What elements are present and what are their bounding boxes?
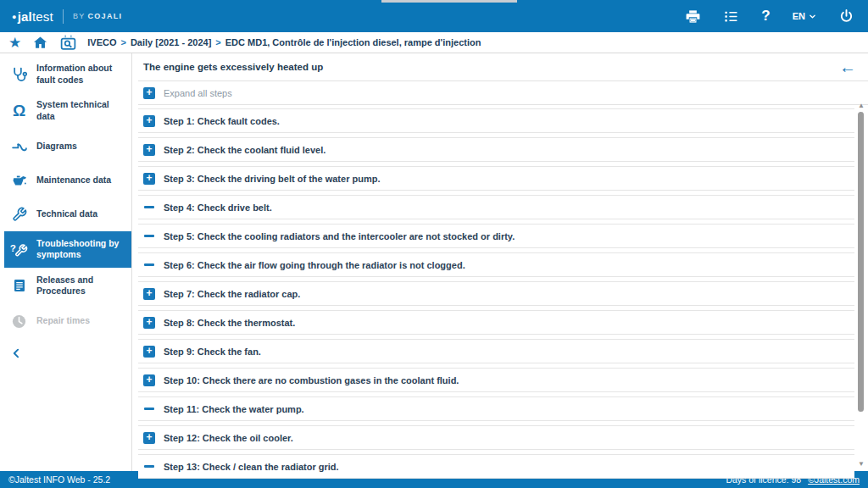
plus-icon: +: [143, 374, 155, 386]
sidebar-item-information-about-fault-codes[interactable]: Information about fault codes: [0, 56, 131, 92]
plus-icon: +: [143, 173, 155, 185]
vertical-scrollbar[interactable]: ▲ ▼: [857, 103, 865, 469]
breadcrumb-separator: >: [120, 37, 125, 47]
breadcrumb-separator: >: [215, 37, 220, 47]
step-label: Step 7: Check the radiator cap.: [164, 289, 300, 299]
logo-divider: [63, 9, 64, 24]
home-icon[interactable]: [32, 35, 48, 51]
cojali-logo: BYCOJALI: [73, 12, 122, 20]
top-bar: ●jaltest BYCOJALI ? EN: [0, 0, 868, 32]
step-row-5[interactable]: Step 5: Check the cooling radiators and …: [138, 224, 854, 248]
sidebar-item-label: Diagrams: [36, 141, 77, 152]
sidebar-item-label: Information about fault codes: [36, 63, 130, 86]
step-label: Step 2: Check the coolant fluid level.: [164, 145, 326, 155]
sidebar-item-system-technical-data[interactable]: Ω System technical data: [0, 92, 131, 129]
minus-icon: [143, 202, 155, 214]
clock-icon: [8, 311, 31, 331]
scroll-up-icon[interactable]: ▲: [857, 103, 865, 109]
step-label: Step 8: Check the thermostat.: [164, 318, 295, 328]
step-row-7[interactable]: + Step 7: Check the radiator cap.: [138, 281, 854, 306]
plus-icon: +: [143, 144, 155, 156]
step-label: Step 6: Check the air flow going through…: [164, 260, 465, 270]
steps-list: + Step 1: Check fault codes. + Step 2: C…: [138, 108, 868, 479]
plus-icon: +: [143, 432, 155, 444]
search-history-icon[interactable]: [59, 34, 77, 52]
footer-version: ©Jaltest INFO Web - 25.2: [8, 474, 110, 485]
step-label: Step 9: Check the fan.: [164, 347, 261, 357]
help-icon[interactable]: ?: [761, 8, 770, 25]
sidebar-item-label: Releases and Procedures: [36, 274, 130, 297]
sidebar-item-troubleshooting-by-symptoms[interactable]: ? Troubleshooting by symptoms: [4, 231, 131, 268]
favorite-star-icon[interactable]: ★: [8, 36, 21, 50]
page-title: The engine gets excessively heated up: [143, 62, 323, 72]
step-row-13[interactable]: Step 13: Check / clean the radiator grid…: [138, 454, 854, 479]
minus-icon: [143, 461, 155, 473]
step-row-1[interactable]: + Step 1: Check fault codes.: [138, 108, 854, 133]
topbar-actions: ? EN: [685, 8, 854, 25]
language-label: EN: [793, 11, 805, 21]
sidebar-item-maintenance-data[interactable]: Maintenance data: [0, 164, 131, 197]
step-label: Step 5: Check the cooling radiators and …: [164, 231, 515, 241]
document-icon: [8, 275, 31, 296]
sidebar-item-label: Repair times: [36, 315, 90, 327]
step-row-3[interactable]: + Step 3: Check the driving belt of the …: [138, 166, 854, 191]
sidebar-item-label: Troubleshooting by symptoms: [36, 238, 130, 261]
scrollbar-thumb[interactable]: [858, 112, 864, 412]
breadcrumb-item-daily-2021-2024[interactable]: Daily [2021 - 2024]: [131, 37, 211, 47]
step-label: Step 4: Check drive belt.: [164, 202, 272, 213]
stethoscope-icon: [8, 64, 31, 85]
jaltest-logo: ●jaltest: [12, 9, 53, 24]
breadcrumb-item-iveco[interactable]: IVECO: [87, 37, 116, 47]
step-row-4[interactable]: Step 4: Check drive belt.: [138, 195, 854, 219]
sidebar-item-label: Maintenance data: [36, 175, 111, 186]
step-label: Step 11: Check the water pump.: [164, 404, 304, 414]
app-logo: ●jaltest BYCOJALI: [12, 9, 122, 24]
sidebar: Information about fault codes Ω System t…: [0, 53, 132, 471]
step-label: Step 12: Check the oil cooler.: [164, 433, 293, 443]
svg-text:?: ?: [9, 243, 15, 254]
step-label: Step 1: Check fault codes.: [164, 116, 280, 126]
power-icon[interactable]: [838, 8, 854, 25]
troubleshooting-icon: ?: [8, 239, 31, 259]
breadcrumb-item-edc-md1-contr-le-de-l-injectio[interactable]: EDC MD1, Contrôle de l'injection diesel,…: [225, 37, 481, 47]
back-arrow-icon[interactable]: ←: [839, 58, 856, 75]
content-header: The engine gets excessively heated up ←: [138, 53, 868, 81]
step-label: Step 3: Check the driving belt of the wa…: [164, 174, 380, 184]
step-row-6[interactable]: Step 6: Check the air flow going through…: [138, 252, 854, 277]
plus-icon: +: [143, 115, 155, 127]
oilcan-icon: [8, 170, 31, 191]
list-menu-icon[interactable]: [723, 8, 739, 25]
sidebar-item-releases-and-procedures[interactable]: Releases and Procedures: [0, 268, 131, 304]
step-row-12[interactable]: + Step 12: Check the oil cooler.: [138, 425, 854, 450]
plus-icon: +: [143, 317, 155, 329]
expand-all-steps-button[interactable]: + Expand all steps: [138, 81, 868, 105]
step-row-11[interactable]: Step 11: Check the water pump.: [138, 396, 854, 421]
browser-tab-artifact: [381, 0, 517, 3]
scroll-down-icon[interactable]: ▼: [857, 461, 865, 468]
sidebar-item-technical-data[interactable]: Technical data: [0, 197, 131, 231]
step-row-8[interactable]: + Step 8: Check the thermostat.: [138, 310, 854, 335]
logo-dot-icon: ●: [12, 13, 17, 21]
main-layout: Information about fault codes Ω System t…: [0, 53, 868, 471]
minus-icon: [143, 259, 155, 271]
step-label: Step 10: Check there are no combustion g…: [164, 375, 459, 385]
sidebar-item-label: System technical data: [36, 99, 130, 122]
language-selector[interactable]: EN: [793, 11, 816, 21]
wrench-icon: [8, 204, 31, 225]
step-label: Step 13: Check / clean the radiator grid…: [164, 462, 339, 472]
sidebar-item-diagrams[interactable]: Diagrams: [0, 130, 131, 164]
breadcrumb-icons: ★: [8, 34, 77, 52]
collapse-sidebar-chevron-left-icon[interactable]: [11, 347, 22, 360]
breadcrumb: IVECO>Daily [2021 - 2024]>EDC MD1, Contr…: [87, 37, 481, 47]
content-panel: The engine gets excessively heated up ← …: [132, 53, 868, 471]
print-icon[interactable]: [685, 8, 701, 25]
diagram-icon: [8, 136, 31, 157]
step-row-9[interactable]: + Step 9: Check the fan.: [138, 339, 854, 363]
expand-all-label: Expand all steps: [164, 88, 232, 98]
plus-icon: +: [143, 288, 155, 300]
step-row-2[interactable]: + Step 2: Check the coolant fluid level.: [138, 137, 854, 162]
step-row-10[interactable]: + Step 10: Check there are no combustion…: [138, 368, 854, 392]
sidebar-item-repair-times[interactable]: Repair times: [0, 304, 131, 338]
chevron-down-icon: [809, 13, 816, 20]
plus-icon: +: [143, 346, 155, 358]
